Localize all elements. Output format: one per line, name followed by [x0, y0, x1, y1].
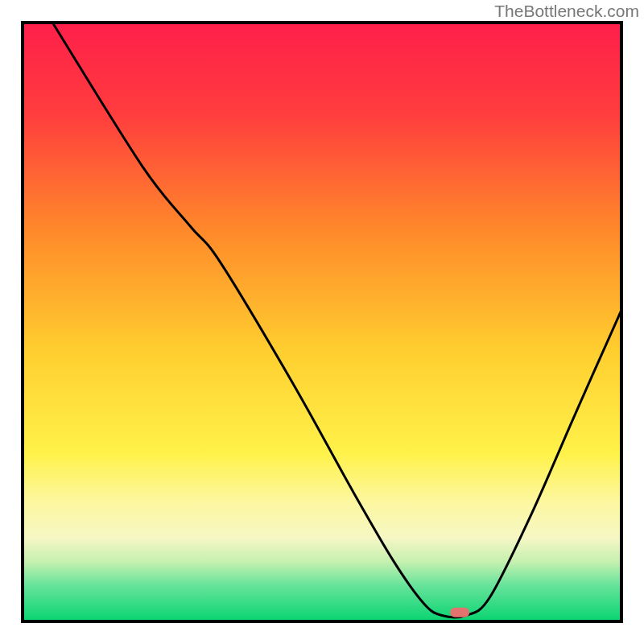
- chart-svg: [0, 0, 644, 644]
- plot-background: [23, 23, 621, 621]
- chart-canvas: [0, 0, 644, 644]
- optimum-marker: [450, 608, 469, 617]
- watermark-text: TheBottleneck.com: [494, 2, 639, 21]
